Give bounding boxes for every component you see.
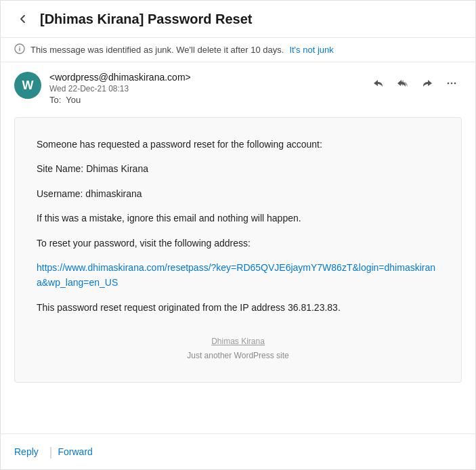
email-subject: [Dhimas Kirana] Password Reset (40, 12, 252, 27)
avatar: W (14, 72, 41, 99)
reply-bar: Reply | Forward (1, 433, 475, 469)
email-meta: W <wordpress@dhimaskirana.com> Wed 22-De… (1, 62, 475, 112)
not-junk-link[interactable]: It's not junk (289, 45, 333, 55)
to-label: To: (49, 95, 61, 105)
body-line-4: If this was a mistake, ignore this email… (37, 211, 439, 226)
info-icon (14, 43, 25, 56)
send-date: Wed 22-Dec-21 08:13 (49, 84, 360, 93)
reply-divider: | (49, 445, 53, 459)
junk-banner: This message was identified as junk. We'… (1, 37, 475, 62)
email-body: Someone has requested a password reset f… (14, 117, 462, 383)
reply-bar-button[interactable]: Reply (14, 444, 44, 460)
to-value: You (66, 95, 81, 105)
email-body-wrapper: Someone has requested a password reset f… (1, 112, 475, 393)
ip-line: This password reset request originated f… (37, 300, 439, 315)
junk-message: This message was identified as junk. We'… (30, 45, 284, 55)
reset-link[interactable]: https://www.dhimaskirana.com/resetpass/?… (37, 262, 435, 288)
forward-bar-button[interactable]: Forward (58, 444, 92, 460)
sender-email: <wordpress@dhimaskirana.com> (49, 72, 360, 83)
footer-tagline: Just another WordPress site (37, 349, 439, 362)
body-line-2: Site Name: Dhimas Kirana (37, 161, 439, 176)
email-actions (368, 72, 462, 92)
reset-link-paragraph: https://www.dhimaskirana.com/resetpass/?… (37, 260, 439, 291)
body-line-3: Username: dhimaskirana (37, 186, 439, 201)
reply-button[interactable] (368, 74, 389, 92)
more-actions-button[interactable] (441, 74, 462, 92)
footer-site-link[interactable]: Dhimas Kirana (211, 337, 265, 346)
forward-action-button[interactable] (417, 74, 437, 92)
svg-point-3 (448, 83, 450, 85)
email-header: [Dhimas Kirana] Password Reset (1, 1, 475, 37)
email-footer: Dhimas Kirana Just another WordPress sit… (37, 328, 439, 362)
svg-point-5 (454, 83, 456, 85)
svg-point-2 (19, 46, 20, 47)
reply-all-button[interactable] (393, 74, 413, 92)
body-line-5: To reset your password, visit the follow… (37, 236, 439, 251)
body-line-1: Someone has requested a password reset f… (37, 137, 439, 152)
back-button[interactable] (14, 10, 32, 28)
svg-point-4 (451, 83, 453, 85)
recipient: To: You (49, 95, 360, 105)
sender-info: <wordpress@dhimaskirana.com> Wed 22-Dec-… (49, 72, 360, 105)
